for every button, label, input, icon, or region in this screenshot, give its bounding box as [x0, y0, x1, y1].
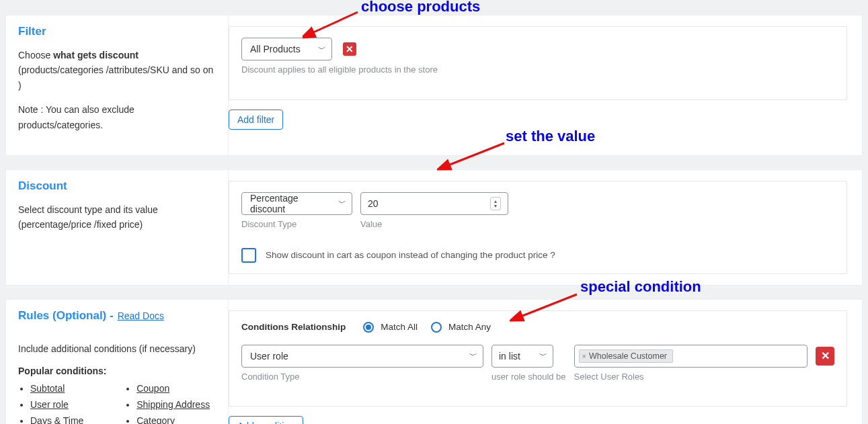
number-spinner-icon[interactable]: ▲▼ — [490, 197, 501, 210]
match-all-radio[interactable] — [363, 322, 374, 333]
user-roles-helper: Select User Roles — [574, 372, 807, 382]
chevron-down-icon: ﹀ — [539, 350, 547, 362]
show-as-coupon-label: Show discount in cart as coupon instead … — [266, 250, 555, 260]
user-roles-input[interactable]: × Wholesale Customer — [574, 345, 807, 368]
filter-helper-text: Discount applies to all eligible product… — [241, 65, 834, 75]
filter-products-select-value: All Products — [250, 44, 301, 54]
match-any-radio[interactable] — [431, 322, 442, 333]
filter-title: Filter — [18, 25, 216, 38]
chevron-down-icon: ﹀ — [469, 350, 477, 362]
chevron-down-icon: ﹀ — [338, 198, 346, 209]
show-as-coupon-checkbox[interactable] — [241, 248, 256, 263]
popular-condition-item[interactable]: Subtotal — [30, 383, 91, 394]
condition-operator-helper: user role should be — [491, 372, 566, 382]
discount-title: Discount — [18, 179, 216, 193]
discount-description: Select discount type and its value (perc… — [18, 202, 216, 232]
popular-condition-item[interactable]: Days & Time — [30, 415, 91, 424]
conditions-relationship-label: Conditions Relationship — [241, 322, 346, 332]
condition-type-select[interactable]: User role ﹀ — [241, 345, 483, 368]
popular-conditions-heading: Popular conditions: — [18, 366, 216, 376]
popular-condition-item[interactable]: Shipping Address — [136, 399, 216, 410]
remove-condition-button[interactable]: ✕ — [816, 347, 834, 366]
role-tag[interactable]: × Wholesale Customer — [579, 349, 673, 363]
role-tag-label: Wholesale Customer — [589, 351, 667, 361]
discount-type-value: Percentage discount — [250, 193, 331, 214]
discount-type-label: Discount Type — [241, 219, 352, 229]
remove-tag-icon[interactable]: × — [582, 352, 586, 360]
popular-condition-item[interactable]: Coupon — [136, 383, 216, 394]
discount-value-input[interactable]: 20 ▲▼ — [360, 192, 508, 215]
discount-value-label: Value — [360, 219, 508, 229]
filter-products-select[interactable]: All Products ﹀ — [241, 38, 332, 60]
match-all-label: Match All — [381, 322, 418, 332]
chevron-down-icon: ﹀ — [318, 44, 326, 55]
add-filter-button[interactable]: Add filter — [229, 110, 283, 130]
annotation-choose-products: choose products — [361, 0, 480, 15]
condition-operator-value: in list — [499, 351, 520, 362]
filter-description: Choose what gets discount (products/cate… — [18, 48, 216, 93]
popular-condition-item[interactable]: Category Combination — [136, 415, 216, 424]
remove-filter-button[interactable]: ✕ — [343, 42, 356, 56]
condition-operator-select[interactable]: in list ﹀ — [491, 345, 553, 368]
rules-description: Include additional conditions (if necess… — [18, 341, 216, 356]
condition-type-value: User role — [250, 351, 288, 362]
discount-type-select[interactable]: Percentage discount ﹀ — [241, 192, 352, 215]
rules-title: Rules (Optional) - — [18, 309, 114, 323]
match-any-label: Match Any — [448, 322, 491, 332]
read-docs-link[interactable]: Read Docs — [118, 310, 164, 321]
popular-condition-item[interactable]: User role — [30, 399, 91, 410]
filter-note: Note : You can also exclude products/cat… — [18, 102, 216, 132]
condition-type-label: Condition Type — [241, 372, 483, 382]
add-condition-button[interactable]: Add condition — [229, 416, 303, 424]
discount-value-text: 20 — [368, 198, 379, 209]
